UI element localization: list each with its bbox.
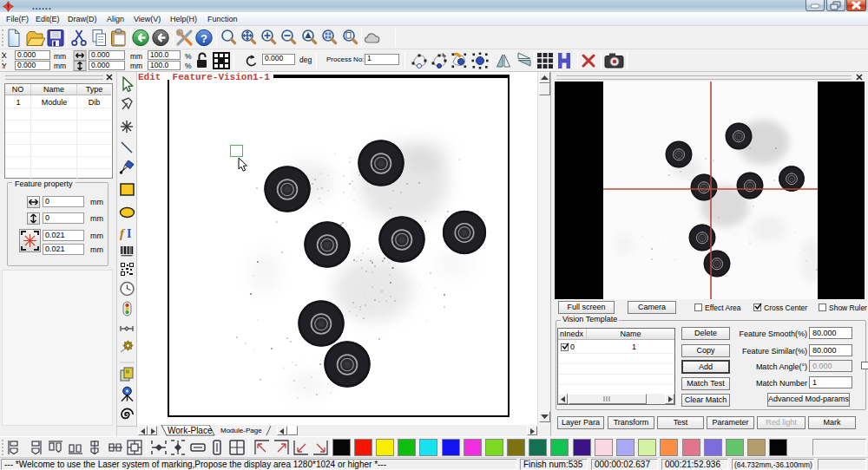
svg-text:f: f xyxy=(120,226,126,240)
svg-text:?: ? xyxy=(201,32,207,45)
svg-text:I: I xyxy=(127,227,131,240)
svg-text:Work-Place: Work-Place xyxy=(168,426,213,435)
svg-text:Module-Page: Module-Page xyxy=(220,427,262,434)
